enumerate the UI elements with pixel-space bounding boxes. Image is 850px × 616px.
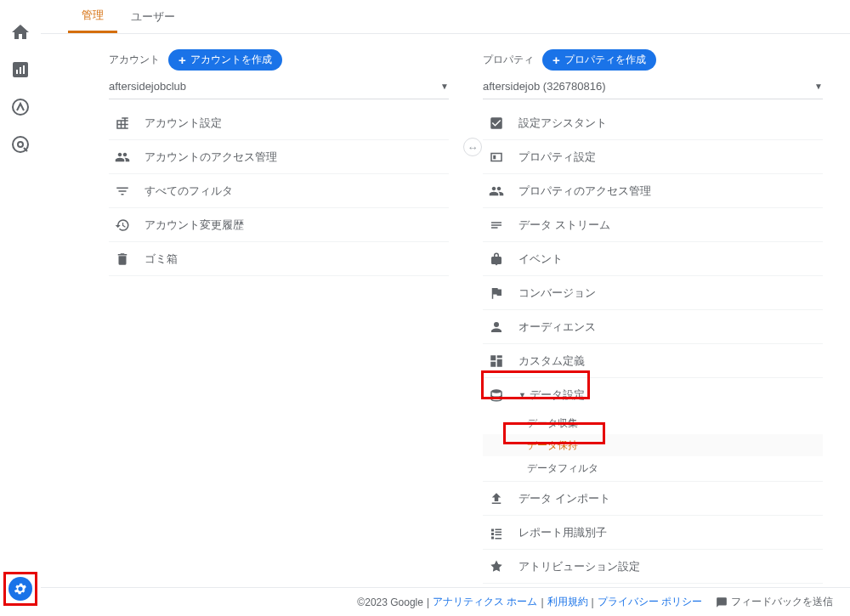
tab-users[interactable]: ユーザー xyxy=(117,0,189,33)
copyright: ©2023 Google xyxy=(357,596,423,608)
terms-link[interactable]: 利用規約 xyxy=(547,595,588,609)
menu-label: アカウントのアクセス管理 xyxy=(144,150,277,165)
menu-label: アカウント設定 xyxy=(144,116,222,131)
account-selected: aftersidejobclub xyxy=(109,80,186,93)
account-history-item[interactable]: アカウント変更履歴 xyxy=(109,208,449,242)
account-access-item[interactable]: アカウントのアクセス管理 xyxy=(109,140,449,174)
menu-label: オーディエンス xyxy=(518,319,596,335)
id-icon xyxy=(486,525,507,540)
create-property-label: プロパティを作成 xyxy=(564,53,646,67)
analytics-home-link[interactable]: アナリティクス ホーム xyxy=(433,595,537,609)
caret-down-icon: ▼ xyxy=(440,82,449,91)
privacy-link[interactable]: プライバシー ポリシー xyxy=(598,595,702,609)
people-icon xyxy=(112,150,133,165)
svg-rect-3 xyxy=(23,65,25,74)
tabs: 管理 ユーザー xyxy=(41,0,850,34)
create-account-label: アカウントを作成 xyxy=(190,53,272,67)
property-selected: aftersidejob (326780816) xyxy=(483,80,606,93)
footer: ©2023 Google | アナリティクス ホーム | 利用規約 | プライバ… xyxy=(41,587,850,616)
conversions-item[interactable]: コンバージョン xyxy=(483,276,823,310)
caret-down-icon: ▼ xyxy=(814,82,823,91)
property-selector[interactable]: aftersidejob (326780816) ▼ xyxy=(483,74,823,99)
account-selector[interactable]: aftersidejobclub ▼ xyxy=(109,74,449,99)
menu-label: データ ストリーム xyxy=(518,218,610,233)
reporting-id-item[interactable]: レポート用識別子 xyxy=(483,516,823,550)
data-settings-item[interactable]: ▼データ設定 xyxy=(483,378,823,412)
create-account-button[interactable]: +アカウントを作成 xyxy=(168,49,282,71)
filter-icon xyxy=(112,184,133,199)
menu-label: 設定アシスタント xyxy=(518,116,607,131)
building-icon xyxy=(112,116,133,131)
data-streams-item[interactable]: データ ストリーム xyxy=(483,208,823,242)
account-title: アカウント xyxy=(109,53,160,67)
menu-label: コンバージョン xyxy=(518,285,596,301)
settings-button[interactable] xyxy=(8,577,32,601)
svg-point-4 xyxy=(13,99,28,115)
property-column: プロパティ +プロパティを作成 aftersidejob (326780816)… xyxy=(483,49,823,587)
menu-label: データ インポート xyxy=(518,491,610,506)
layout-icon xyxy=(486,150,507,165)
advertising-icon[interactable] xyxy=(10,134,31,155)
all-filters-item[interactable]: すべてのフィルタ xyxy=(109,174,449,208)
caret-down-icon: ▼ xyxy=(518,391,526,399)
property-title: プロパティ xyxy=(483,53,534,67)
create-property-button[interactable]: +プロパティを作成 xyxy=(542,49,656,71)
flag-icon xyxy=(486,285,507,301)
tab-admin[interactable]: 管理 xyxy=(68,0,117,33)
menu-label: プロパティのアクセス管理 xyxy=(518,184,651,199)
menu-label: ゴミ箱 xyxy=(144,251,178,267)
stream-icon xyxy=(486,218,507,233)
home-icon[interactable] xyxy=(10,22,31,42)
menu-label: データ設定 xyxy=(530,387,585,403)
account-settings-item[interactable]: アカウント設定 xyxy=(109,106,449,140)
data-import-item[interactable]: データ インポート xyxy=(483,482,823,516)
account-column: アカウント +アカウントを作成 aftersidejobclub ▼ アカウント… xyxy=(109,49,449,587)
trash-item[interactable]: ゴミ箱 xyxy=(109,242,449,276)
svg-rect-2 xyxy=(20,67,21,74)
data-filter-sub[interactable]: データフィルタ xyxy=(483,456,823,482)
data-collection-sub[interactable]: データ収集 xyxy=(483,412,823,434)
audiences-item[interactable]: オーディエンス xyxy=(483,310,823,344)
explore-icon[interactable] xyxy=(10,97,31,117)
menu-label: レポート用識別子 xyxy=(518,525,607,540)
upload-icon xyxy=(486,491,507,506)
menu-label: カスタム定義 xyxy=(518,353,585,369)
attribution-item[interactable]: アトリビューション設定 xyxy=(483,550,823,584)
menu-label: アカウント変更履歴 xyxy=(144,218,244,233)
custom-icon xyxy=(486,353,507,369)
attribution-icon xyxy=(486,559,507,574)
svg-rect-1 xyxy=(16,70,18,74)
feedback-button[interactable]: フィードバックを送信 xyxy=(716,595,833,609)
setup-assistant-item[interactable]: 設定アシスタント xyxy=(483,106,823,140)
data-retention-sub[interactable]: データ保持 xyxy=(483,434,823,456)
menu-label: アトリビューション設定 xyxy=(518,559,640,574)
custom-definitions-item[interactable]: カスタム定義 xyxy=(483,344,823,378)
trash-icon xyxy=(112,251,133,267)
menu-label: イベント xyxy=(518,251,563,267)
feedback-label: フィードバックを送信 xyxy=(731,595,833,609)
column-divider[interactable]: ↔ xyxy=(463,138,482,156)
history-icon xyxy=(112,218,133,233)
database-icon xyxy=(486,387,507,403)
event-icon xyxy=(486,251,507,267)
property-settings-item[interactable]: プロパティ設定 xyxy=(483,140,823,174)
events-item[interactable]: イベント xyxy=(483,242,823,276)
check-box-icon xyxy=(486,116,507,131)
reports-icon[interactable] xyxy=(10,59,31,80)
svg-point-6 xyxy=(18,142,23,147)
menu-label: プロパティ設定 xyxy=(518,150,596,165)
menu-label: すべてのフィルタ xyxy=(144,184,233,199)
people-icon xyxy=(486,184,507,199)
audience-icon xyxy=(486,319,507,335)
svg-point-7 xyxy=(491,389,502,393)
property-access-item[interactable]: プロパティのアクセス管理 xyxy=(483,174,823,208)
